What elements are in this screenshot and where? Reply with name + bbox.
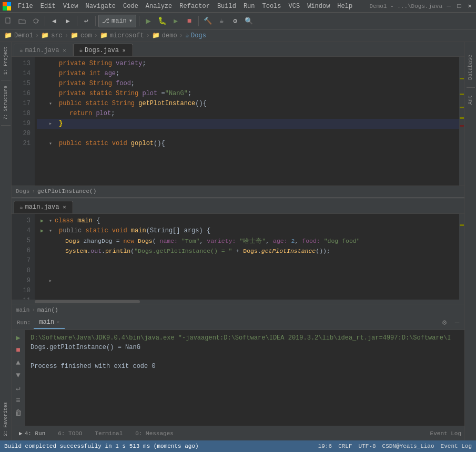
run-scroll-down-button[interactable]: ▼	[13, 370, 24, 381]
main-scrollbar[interactable]	[459, 214, 464, 300]
build-button[interactable]: 🔨	[201, 15, 214, 27]
breadcrumb-dogs[interactable]: ☕ Dogs	[185, 32, 206, 39]
sidebar-structure-tab[interactable]: 7: Structure	[2, 84, 9, 122]
charset[interactable]: UTF-8	[359, 443, 376, 449]
back-button[interactable]: ◀	[48, 15, 60, 27]
cursor-position[interactable]: 19:6	[318, 443, 332, 449]
breadcrumb-sep-4: ›	[146, 32, 150, 39]
menu-edit[interactable]: Edit	[37, 2, 59, 11]
run-gutter-icon-3[interactable]: ▶	[40, 216, 44, 226]
code-line-13: private String variety;	[37, 59, 459, 69]
right-toolbar-divider	[467, 87, 475, 88]
run-main-tab[interactable]: main ✕	[34, 316, 65, 329]
code-line-21: ▾ public static void goplot(){	[37, 139, 459, 149]
forward-button[interactable]: ▶	[62, 15, 74, 27]
dogs-java-tab[interactable]: ☕ Dogs.java ✕	[73, 44, 133, 56]
main-code-line-7	[37, 256, 459, 266]
stop-button[interactable]: ■	[183, 15, 196, 27]
sdk-button[interactable]: ☕	[215, 15, 228, 27]
breadcrumb: 📁 Demo1 › 📁 src › 📁 com › 📁 microsoft › …	[0, 29, 476, 42]
menu-code[interactable]: Code	[120, 2, 141, 11]
menu-items: File Edit View Navigate Code Analyze Ref…	[15, 2, 356, 11]
run-gutter-icon-4[interactable]: ▶	[40, 226, 44, 236]
menu-run[interactable]: Run	[240, 2, 258, 11]
run-minimize-button[interactable]: —	[452, 317, 462, 328]
main-horizontal-scrollbar[interactable]	[12, 300, 464, 304]
main-code-content: 3 4 5 6 7 8 9 10 11	[12, 214, 464, 300]
dogs-java-close[interactable]: ✕	[121, 47, 127, 54]
ant-panel-button[interactable]: Ant	[468, 93, 473, 107]
toolbar-sep-5	[198, 16, 199, 26]
build-status: Build completed successfully in 1 s 513 …	[4, 443, 199, 449]
main-java-bottom-tab[interactable]: ☕ main.java ✕	[14, 201, 73, 213]
run-settings-button[interactable]: ⚙	[439, 317, 450, 328]
messages-bottom-tab[interactable]: 0: Messages	[131, 427, 178, 440]
dogs-tab-bar: ☕ main.java ✕ ☕ Dogs.java ✕	[12, 42, 464, 57]
run-trash-button[interactable]: 🗑	[13, 408, 24, 418]
search-button[interactable]: 🔍	[242, 15, 255, 27]
breadcrumb-demo[interactable]: 📁 demo	[152, 32, 177, 39]
run-wrap-button[interactable]: ↵	[13, 383, 24, 393]
breadcrumb-com[interactable]: 📁 com	[70, 32, 92, 39]
breadcrumb-microsoft[interactable]: 📁 microsoft	[100, 32, 144, 39]
main-java-bottom-close[interactable]: ✕	[61, 204, 67, 210]
menu-help[interactable]: Help	[334, 2, 356, 11]
run-tab-close[interactable]: ✕	[56, 319, 59, 325]
messages-bottom-label: 0: Messages	[135, 430, 174, 437]
maximize-button[interactable]: □	[455, 2, 463, 11]
undo-button[interactable]: ↩	[80, 15, 93, 27]
menu-build[interactable]: Build	[214, 2, 239, 11]
main-java-tab[interactable]: ☕ main.java ✕	[14, 44, 73, 56]
scroll-mark-3	[460, 107, 464, 108]
branch-selector[interactable]: ⎇ main ▾	[98, 15, 136, 27]
main-scroll-mark	[460, 224, 464, 226]
coverage-button[interactable]: ▶	[169, 15, 182, 27]
window-title: Demo1 - ...\Dogs.java	[369, 3, 442, 9]
menu-refactor[interactable]: Refactor	[176, 2, 213, 11]
main-code-line-8	[37, 266, 459, 276]
run-scroll-up-button[interactable]: ▲	[13, 357, 24, 368]
line-ending[interactable]: CRLF	[338, 443, 352, 449]
main-code-line-9: ▸	[37, 276, 459, 286]
run-tab-label: main	[39, 319, 54, 326]
event-log-status[interactable]: Event Log	[441, 443, 472, 449]
run-stop-button[interactable]: ■	[13, 345, 24, 355]
menu-navigate[interactable]: Navigate	[82, 2, 119, 11]
menu-tools[interactable]: Tools	[259, 2, 285, 11]
new-file-button[interactable]	[2, 15, 15, 27]
menu-analyze[interactable]: Analyze	[143, 2, 175, 11]
run-bottom-tab[interactable]: ▶ 4: Run	[15, 427, 49, 440]
menu-file[interactable]: File	[15, 2, 36, 11]
sync-button[interactable]	[29, 15, 42, 27]
settings-button[interactable]: ⚙	[229, 15, 241, 27]
database-panel-button[interactable]: Database	[468, 53, 473, 82]
run-button[interactable]: ▶	[142, 15, 155, 27]
debug-button[interactable]: 🐛	[156, 15, 168, 27]
sidebar-divider2	[1, 125, 11, 126]
breadcrumb-demo1[interactable]: 📁 Demo1	[4, 32, 33, 39]
breadcrumb-src[interactable]: 📁 src	[41, 32, 63, 39]
event-log-button[interactable]: Event Log	[430, 430, 461, 437]
dogs-scrollbar[interactable]	[459, 57, 464, 186]
sidebar-favorites-tab[interactable]: 2: Favorites	[2, 400, 9, 438]
open-button[interactable]	[16, 15, 28, 27]
svg-marker-5	[38, 19, 39, 22]
svg-rect-3	[7, 6, 11, 11]
main-area: 1: Project 7: Structure 2: Favorites ☕ m…	[0, 42, 476, 440]
main-java-close[interactable]: ✕	[61, 47, 67, 54]
menu-view[interactable]: View	[60, 2, 82, 11]
h-scroll-thumb[interactable]	[35, 300, 140, 303]
menu-vcs[interactable]: VCS	[286, 2, 303, 11]
run-body: ▶ ■ ▲ ▼ ↵ ≡ 🗑 D:\Software\Java\JDK9.0.4\…	[12, 330, 464, 426]
menu-window[interactable]: Window	[304, 2, 333, 11]
sidebar-project-tab[interactable]: 1: Project	[2, 44, 9, 77]
terminal-bottom-tab[interactable]: Terminal	[90, 427, 127, 440]
todo-bottom-tab[interactable]: 6: TODO	[54, 427, 86, 440]
minimize-button[interactable]: —	[444, 2, 453, 11]
breadcrumb-sep-3: ›	[94, 32, 98, 39]
main-code-line-11	[37, 296, 459, 300]
run-filter-button[interactable]: ≡	[13, 395, 24, 406]
run-play-button[interactable]: ▶	[13, 332, 24, 343]
dogs-java-tab-label: Dogs.java	[85, 47, 119, 54]
close-button[interactable]: ✕	[465, 2, 474, 11]
